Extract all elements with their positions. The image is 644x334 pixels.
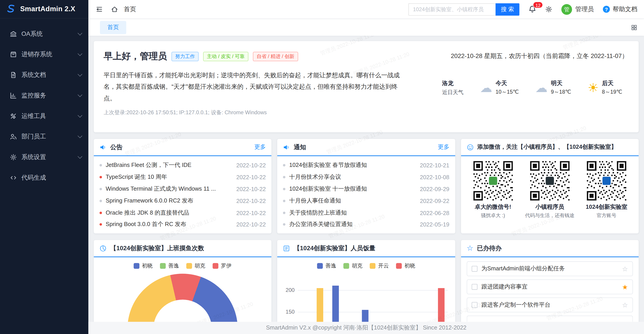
avatar: 管 [561,4,572,14]
chevron-down-icon [78,51,82,56]
notice-item[interactable]: 十月份技术分享会议2022-10-08 [283,171,450,183]
tools-icon [10,112,17,119]
help-link[interactable]: ? 帮助文档 [603,5,638,13]
card-title: 【1024创新实验室】人员饭量 [294,244,376,252]
sidebar-item-codegen[interactable]: 代码生成 [0,167,88,188]
welcome-card: 早上好，管理员 努力工作 主动 / 皮实 / 可靠 自省 / 精进 / 创新 2… [94,41,638,132]
sidebar-item-ops[interactable]: 运维工具 [0,105,88,126]
sidebar-nav: OA系统 进销存系统 系统文档 监控服务 运维工具 [0,18,88,188]
notice-list: 1024创新实验室 春节放假通知2022-10-21 十月份技术分享会议2022… [277,156,455,231]
notice-more-link[interactable]: 更多 [438,143,449,151]
bullet-dot [100,164,102,167]
qr-code-row: 卓大的微信号! 骚扰卓大 :) 小镇程序员 代码与生活，还有钱途 [461,156,638,219]
sidebar-item-settings[interactable]: 系统设置 [0,147,88,167]
bullet-dot [100,211,102,214]
chevron-down-icon [78,154,82,159]
speaker-icon [100,144,106,151]
search-button[interactable]: 搜 索 [496,3,519,15]
qr-item-zhuoda: 卓大的微信号! 骚扰卓大 :) [466,161,520,219]
notice-item[interactable]: 关于疫情防控上班通知2022-06-28 [283,207,450,219]
star-icon: ☆ [467,245,474,252]
footer: SmartAdmin V2.x @copyright 河南·洛阳【1024创新实… [88,322,644,334]
todo-item[interactable]: 跟进团建内容事宜 ☆★ [467,280,633,294]
legend-swatch [344,263,350,269]
breadcrumb[interactable]: 首页 [124,5,136,13]
announcement-item[interactable]: TypeScript 诞生 10 周年2022-10-22 [100,171,266,183]
legend-item[interactable]: 善逸 [317,262,336,270]
account-logo-icon [545,176,555,186]
search-input[interactable] [408,3,496,15]
star-filled-icon[interactable]: ★ [622,283,628,291]
menu-fold-icon[interactable] [96,6,103,13]
todo-item-partial[interactable] [467,316,633,322]
dashboard-content: 早上好，管理员 努力工作 主动 / 皮实 / 可靠 自省 / 精进 / 创新 2… [88,36,644,334]
user-menu[interactable]: 管 管理员 [561,4,594,14]
notice-item[interactable]: 1024创新实验室 春节放假通知2022-10-21 [283,159,450,171]
bullet-dot [100,200,102,202]
todo-list: 为SmartAdmin前端小组分配任务 ☆★ 跟进团建内容事宜 ☆★ 跟进客户定… [461,257,638,322]
announcement-item[interactable]: Oracle 推出 JDK 8 的直接替代品2022-10-22 [100,207,266,219]
top-header: 首页 搜 索 12 管 管理员 ? 帮助文档 [88,0,644,18]
notice-item[interactable]: 十月份人事任命通知2022-09-22 [283,195,450,207]
legend-item[interactable]: 胡克 [344,262,362,270]
checkbox[interactable] [472,266,478,272]
qr-item-xiaozhen: 小镇程序员 代码与生活，还有钱途 [522,161,577,219]
sidebar: SmartAdmin 2.X OA系统 进销存系统 系统文档 监控服务 [0,0,88,334]
sidebar-item-monitor[interactable]: 监控服务 [0,85,88,106]
legend-item[interactable]: 初晓 [396,262,415,270]
legend-item[interactable]: 开云 [370,262,389,270]
legend-swatch [186,263,192,269]
announcement-item[interactable]: Spring Framework 6.0.0 RC2 发布2022-10-22 [100,195,266,207]
notifications-button[interactable]: 12 [528,5,536,13]
card-title: 已办待办 [477,244,502,252]
chart-icon [10,92,17,99]
home-icon[interactable] [111,6,118,13]
code-icon [10,174,17,181]
legend-item[interactable]: 胡克 [186,262,205,270]
notice-card: 通知 更多 1024创新实验室 春节放假通知2022-10-21 十月份技术分享… [277,139,455,233]
tag-proactive: 主动 / 皮实 / 可靠 [203,51,248,61]
bullet-dot [283,164,286,167]
sidebar-item-staff[interactable]: 部门员工 [0,126,88,147]
announcement-item[interactable]: Spring Boot 3.0.0 首个 RC 发布2022-10-22 [100,219,266,231]
legend-swatch [317,263,323,269]
global-search: 搜 索 [408,3,519,15]
legend-swatch [213,263,218,269]
tag-work-hard: 努力工作 [172,51,198,61]
sidebar-item-oa[interactable]: OA系统 [0,23,88,44]
date-info: 2022-10-28 星期五，农历十初四（当前霜降，立冬 2022-11-07） [451,52,628,60]
settings-gear-icon[interactable] [545,6,552,13]
user-name: 管理员 [576,5,594,13]
weather-day-tomorrow: 明天 9～18℃ [535,80,571,96]
card-title: 【1024创新实验室】上班摸鱼次数 [110,244,204,252]
notice-item[interactable]: 1024创新实验室 十一放假通知2022-09-29 [283,183,450,195]
announcement-more-link[interactable]: 更多 [254,143,266,151]
tab-home[interactable]: 首页 [100,21,126,34]
legend-swatch [396,263,402,269]
fish-chart-legend: 初晓 善逸 胡克 罗伊 [94,262,272,270]
meal-chart-card: 【1024创新实验室】人员饭量 善逸 胡克 开云 初晓 200 150 [277,240,455,334]
announcement-item[interactable]: JetBrains Fleet 公测，下一代 IDE2022-10-22 [100,159,266,171]
cloud-icon [535,81,548,94]
announcement-item[interactable]: Windows Terminal 正式成为 Windows 11 ...2022… [100,183,266,195]
qr-item-lab1024: 1024创新实验室 官方账号 [580,161,634,219]
checkbox[interactable] [472,302,478,308]
todo-item[interactable]: 为SmartAdmin前端小组分配任务 ☆★ [467,261,633,276]
star-outline-icon[interactable]: ☆ [622,301,628,309]
sidebar-item-docs[interactable]: 系统文档 [0,64,88,85]
sun-icon [588,81,598,94]
layout-grid-icon[interactable] [631,24,637,30]
checkbox[interactable] [472,284,478,290]
sidebar-item-erp[interactable]: 进销存系统 [0,44,88,64]
app-logo[interactable]: SmartAdmin 2.X [0,0,88,18]
star-outline-icon[interactable]: ☆ [622,265,628,273]
bank-icon [10,30,17,37]
legend-swatch [134,263,140,269]
legend-item[interactable]: 罗伊 [213,262,232,270]
legend-item[interactable]: 善逸 [160,262,179,270]
notification-badge: 12 [533,1,543,8]
legend-item[interactable]: 初晓 [134,262,153,270]
notice-item[interactable]: 办公室消杀关键位置通知2022-05-19 [283,219,450,231]
todo-card: ☆ 已办待办 为SmartAdmin前端小组分配任务 ☆★ 跟进团建内容事宜 ☆… [461,240,638,334]
todo-item[interactable]: 跟进客户定制一个软件平台 ☆★ [467,298,633,312]
